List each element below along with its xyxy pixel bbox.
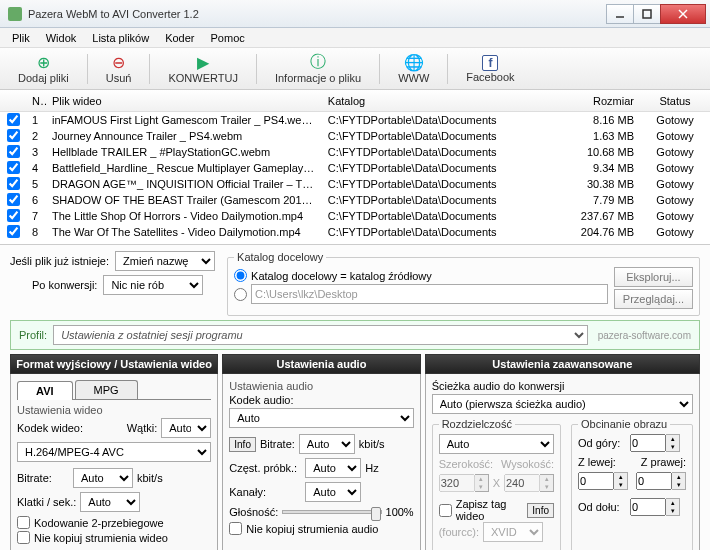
col-nr[interactable]: Nr (26, 95, 46, 107)
menu-help[interactable]: Pomoc (205, 30, 251, 46)
plus-icon: ⊕ (34, 54, 52, 72)
profile-label: Profil: (19, 329, 47, 341)
table-row[interactable]: 4Battlefield_Hardline_ Rescue Multiplaye… (0, 160, 710, 176)
row-check[interactable] (7, 209, 20, 222)
audio-bitrate-select[interactable]: Auto (299, 434, 355, 454)
nocopy-video-check[interactable] (17, 531, 30, 544)
table-row[interactable]: 5DRAGON AGE™_ INQUISITION Official Trail… (0, 176, 710, 192)
table-row[interactable]: 3Hellblade TRAILER _ #PlayStationGC.webm… (0, 144, 710, 160)
after-conv-select[interactable]: Nic nie rób (103, 275, 203, 295)
vendor-link[interactable]: pazera-software.com (598, 330, 691, 341)
add-files-button[interactable]: ⊕Dodaj pliki (0, 48, 87, 89)
delete-button[interactable]: ⊖Usuń (88, 48, 150, 89)
col-size[interactable]: Rozmiar (560, 95, 640, 107)
explore-button[interactable]: Eksploruj... (614, 267, 693, 287)
panel-video-header: Format wyjściowy / Ustawienia wideo (10, 354, 218, 374)
threads-select[interactable]: Auto (161, 418, 211, 438)
crop-left[interactable] (578, 472, 614, 490)
tab-mpg[interactable]: MPG (75, 380, 138, 399)
col-status[interactable]: Status (640, 95, 710, 107)
row-check[interactable] (7, 225, 20, 238)
volume-slider[interactable] (282, 510, 381, 514)
audio-info-button[interactable]: Info (229, 437, 256, 452)
table-row[interactable]: 6SHADOW OF THE BEAST Trailer (Gamescom 2… (0, 192, 710, 208)
audio-channels-select[interactable]: Auto (305, 482, 361, 502)
row-check[interactable] (7, 113, 20, 126)
info-icon: ⓘ (309, 54, 327, 72)
row-check[interactable] (7, 145, 20, 158)
convert-button[interactable]: ▶KONWERTUJ (150, 48, 255, 89)
fourcc-check[interactable] (439, 504, 452, 517)
profile-select[interactable]: Ustawienia z ostatniej sesji programu (53, 325, 588, 345)
table-row[interactable]: 2Journey Announce Trailer _ PS4.webmC:\F… (0, 128, 710, 144)
crop-bottom[interactable] (630, 498, 666, 516)
file-list[interactable]: 1inFAMOUS First Light Gamescom Trailer _… (0, 112, 710, 244)
row-check[interactable] (7, 161, 20, 174)
app-icon (8, 7, 22, 21)
fps-select[interactable]: Auto (80, 492, 140, 512)
facebook-icon: f (482, 55, 498, 71)
menu-view[interactable]: Widok (40, 30, 83, 46)
file-info-button[interactable]: ⓘInformacje o pliku (257, 48, 379, 89)
row-check[interactable] (7, 193, 20, 206)
tab-avi[interactable]: AVI (17, 381, 73, 400)
audio-codec-select[interactable]: Auto (229, 408, 413, 428)
outdir-legend: Katalog docelowy (234, 251, 326, 263)
after-conv-label: Po konwersji: (32, 279, 97, 291)
twopass-check[interactable] (17, 516, 30, 529)
browse-button[interactable]: Przeglądaj... (614, 289, 693, 309)
minimize-button[interactable] (606, 4, 634, 24)
panel-advanced-header: Ustawienia zaawansowane (425, 354, 700, 374)
minus-icon: ⊖ (110, 54, 128, 72)
audio-track-select[interactable]: Auto (pierwsza ścieżka audio) (432, 394, 693, 414)
row-check[interactable] (7, 177, 20, 190)
close-button[interactable] (660, 4, 706, 24)
if-exists-label: Jeśli plik już istnieje: (10, 255, 109, 267)
row-check[interactable] (7, 129, 20, 142)
if-exists-select[interactable]: Zmień nazwę (115, 251, 215, 271)
globe-icon: 🌐 (405, 54, 423, 72)
outdir-same-radio[interactable] (234, 269, 247, 282)
menu-encoder[interactable]: Koder (159, 30, 200, 46)
toolbar: ⊕Dodaj pliki ⊖Usuń ▶KONWERTUJ ⓘInformacj… (0, 48, 710, 90)
col-file[interactable]: Plik wideo (46, 95, 322, 107)
video-bitrate-select[interactable]: Auto (73, 468, 133, 488)
table-row[interactable]: 8The War Of The Satellites - Video Daily… (0, 224, 710, 240)
menu-filelist[interactable]: Lista plików (86, 30, 155, 46)
table-row[interactable]: 7The Little Shop Of Horrors - Video Dail… (0, 208, 710, 224)
www-button[interactable]: 🌐WWW (380, 48, 447, 89)
maximize-button[interactable] (633, 4, 661, 24)
crop-top[interactable] (630, 434, 666, 452)
facebook-button[interactable]: fFacebook (448, 48, 532, 89)
resolution-select[interactable]: Auto (439, 434, 554, 454)
menu-bar: Plik Widok Lista plików Koder Pomoc (0, 28, 710, 48)
convert-icon: ▶ (194, 54, 212, 72)
file-list-header: Nr Plik wideo Katalog Rozmiar Status (0, 90, 710, 112)
fourcc-info[interactable]: Info (527, 503, 554, 518)
crop-right[interactable] (636, 472, 672, 490)
table-row[interactable]: 1inFAMOUS First Light Gamescom Trailer _… (0, 112, 710, 128)
panel-audio-header: Ustawienia audio (222, 354, 420, 374)
outdir-custom-radio[interactable] (234, 288, 247, 301)
outdir-path-input[interactable] (251, 284, 608, 304)
col-catalog[interactable]: Katalog (322, 95, 560, 107)
title-bar: Pazera WebM to AVI Converter 1.2 (0, 0, 710, 28)
menu-file[interactable]: Plik (6, 30, 36, 46)
window-title: Pazera WebM to AVI Converter 1.2 (28, 8, 607, 20)
svg-rect-1 (643, 10, 651, 18)
video-codec-select[interactable]: H.264/MPEG-4 AVC (17, 442, 211, 462)
nocopy-audio-check[interactable] (229, 522, 242, 535)
audio-freq-select[interactable]: Auto (305, 458, 361, 478)
